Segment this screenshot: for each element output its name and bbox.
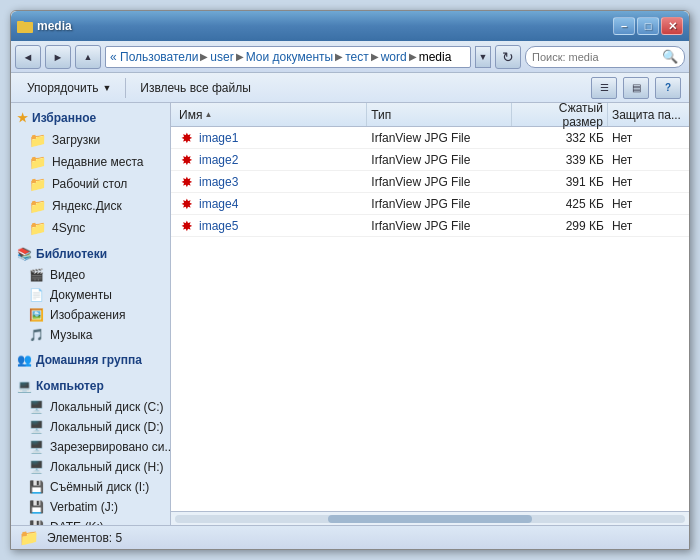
refresh-button[interactable]: ↻ [495, 45, 521, 69]
sidebar-item-reserved[interactable]: 🖥️ Зарезервировано си... [11, 437, 170, 457]
drive-icon: 🖥️ [29, 420, 44, 434]
view-button[interactable]: ☰ [591, 77, 617, 99]
libraries-header[interactable]: 📚 Библиотеки [11, 243, 170, 265]
search-input[interactable] [532, 51, 658, 63]
images-label: Изображения [50, 308, 125, 322]
sidebar-item-drive-k[interactable]: 💾 DATE (K:) [11, 517, 170, 525]
breadcrumb-word[interactable]: word [381, 50, 407, 64]
desktop-label: Рабочий стол [52, 177, 127, 191]
homegroup-header[interactable]: 👥 Домашняя группа [11, 349, 170, 371]
favorites-label: Избранное [32, 111, 96, 125]
sidebar-item-video[interactable]: 🎬 Видео [11, 265, 170, 285]
table-row[interactable]: ✸ image2 IrfanView JPG File 339 КБ Нет [171, 149, 689, 171]
title-bar: media – □ ✕ [11, 11, 689, 41]
back-button[interactable]: ◄ [15, 45, 41, 69]
organize-button[interactable]: Упорядочить ▼ [19, 76, 119, 100]
drive-d-label: Локальный диск (D:) [50, 420, 164, 434]
main-area: ★ Избранное 📁 Загрузки 📁 Недавние места … [11, 103, 689, 525]
documents-label: Документы [50, 288, 112, 302]
drive-icon: 💾 [29, 480, 44, 494]
computer-header[interactable]: 💻 Компьютер [11, 375, 170, 397]
sidebar-item-images[interactable]: 🖼️ Изображения [11, 305, 170, 325]
homegroup-icon: 👥 [17, 353, 32, 367]
sort-arrow-icon: ▲ [204, 110, 212, 119]
star-icon: ★ [17, 111, 28, 125]
downloads-label: Загрузки [52, 133, 100, 147]
irfan-icon: ✸ [179, 152, 195, 168]
scrollbar-thumb[interactable] [328, 515, 532, 523]
documents-icon: 📄 [29, 288, 44, 302]
table-row[interactable]: ✸ image3 IrfanView JPG File 391 КБ Нет [171, 171, 689, 193]
breadcrumb-users[interactable]: « Пользователи [110, 50, 198, 64]
sidebar-item-drive-h[interactable]: 🖥️ Локальный диск (H:) [11, 457, 170, 477]
forward-button[interactable]: ► [45, 45, 71, 69]
file-name: ✸ image4 [175, 196, 367, 212]
breadcrumb-media[interactable]: media [419, 50, 452, 64]
status-text: Элементов: 5 [47, 531, 122, 545]
window-title: media [37, 19, 72, 33]
horizontal-scrollbar[interactable] [171, 511, 689, 525]
file-protection: Нет [608, 153, 685, 167]
status-bar: 📁 Элементов: 5 [11, 525, 689, 549]
sidebar-item-drive-c[interactable]: 🖥️ Локальный диск (C:) [11, 397, 170, 417]
drive-icon: 🖥️ [29, 460, 44, 474]
extract-button[interactable]: Извлечь все файлы [132, 76, 258, 100]
column-header-name[interactable]: Имя ▲ [175, 103, 367, 126]
sidebar-item-drive-j[interactable]: 💾 Verbatim (J:) [11, 497, 170, 517]
toolbar: Упорядочить ▼ Извлечь все файлы ☰ ▤ ? [11, 73, 689, 103]
file-size: 299 КБ [512, 219, 608, 233]
favorites-header[interactable]: ★ Избранное [11, 107, 170, 129]
close-button[interactable]: ✕ [661, 17, 683, 35]
drive-icon: 🖥️ [29, 400, 44, 414]
irfan-icon: ✸ [179, 218, 195, 234]
yandex-label: Яндекс.Диск [52, 199, 122, 213]
computer-icon: 💻 [17, 379, 32, 393]
table-row[interactable]: ✸ image5 IrfanView JPG File 299 КБ Нет [171, 215, 689, 237]
file-size: 339 КБ [512, 153, 608, 167]
file-type: IrfanView JPG File [367, 197, 511, 211]
column-header-protection[interactable]: Защита па... [608, 103, 685, 126]
sidebar-item-desktop[interactable]: 📁 Рабочий стол [11, 173, 170, 195]
breadcrumb-user[interactable]: user [210, 50, 233, 64]
minimize-button[interactable]: – [613, 17, 635, 35]
title-buttons: – □ ✕ [613, 17, 683, 35]
sidebar-item-documents[interactable]: 📄 Документы [11, 285, 170, 305]
music-icon: 🎵 [29, 328, 44, 342]
irfan-icon: ✸ [179, 174, 195, 190]
libraries-section: 📚 Библиотеки 🎬 Видео 📄 Документы 🖼️ Изоб… [11, 243, 170, 345]
file-size: 391 КБ [512, 175, 608, 189]
search-icon: 🔍 [662, 49, 678, 64]
sidebar-item-recent[interactable]: 📁 Недавние места [11, 151, 170, 173]
sidebar-item-downloads[interactable]: 📁 Загрузки [11, 129, 170, 151]
file-protection: Нет [608, 219, 685, 233]
sidebar-item-music[interactable]: 🎵 Музыка [11, 325, 170, 345]
file-name: ✸ image5 [175, 218, 367, 234]
reserved-label: Зарезервировано си... [50, 440, 170, 454]
breadcrumb-test[interactable]: тест [345, 50, 369, 64]
file-type: IrfanView JPG File [367, 175, 511, 189]
column-header-type[interactable]: Тип [367, 103, 511, 126]
help-button[interactable]: ? [655, 77, 681, 99]
breadcrumb-bar[interactable]: « Пользователи ▶ user ▶ Мои документы ▶ … [105, 46, 471, 68]
table-row[interactable]: ✸ image1 IrfanView JPG File 332 КБ Нет [171, 127, 689, 149]
sidebar-item-drive-i[interactable]: 💾 Съёмный диск (I:) [11, 477, 170, 497]
folder-icon: 📁 [29, 154, 46, 170]
organize-label: Упорядочить [27, 81, 98, 95]
video-icon: 🎬 [29, 268, 44, 282]
up-button[interactable]: ▲ [75, 45, 101, 69]
breadcrumb-mydocs[interactable]: Мои документы [246, 50, 333, 64]
sidebar-item-yandex[interactable]: 📁 Яндекс.Диск [11, 195, 170, 217]
address-dropdown-button[interactable]: ▼ [475, 46, 491, 68]
search-box[interactable]: 🔍 [525, 46, 685, 68]
sidebar-item-4sync[interactable]: 📁 4Sync [11, 217, 170, 239]
file-type: IrfanView JPG File [367, 219, 511, 233]
table-row[interactable]: ✸ image4 IrfanView JPG File 425 КБ Нет [171, 193, 689, 215]
homegroup-section: 👥 Домашняя группа [11, 349, 170, 371]
column-header-size[interactable]: Сжатый размер [512, 103, 608, 126]
sidebar-item-drive-d[interactable]: 🖥️ Локальный диск (D:) [11, 417, 170, 437]
file-size: 332 КБ [512, 131, 608, 145]
explorer-window: media – □ ✕ ◄ ► ▲ « Пользователи ▶ user … [10, 10, 690, 550]
folder-icon: 📁 [29, 220, 46, 236]
maximize-button[interactable]: □ [637, 17, 659, 35]
preview-button[interactable]: ▤ [623, 77, 649, 99]
